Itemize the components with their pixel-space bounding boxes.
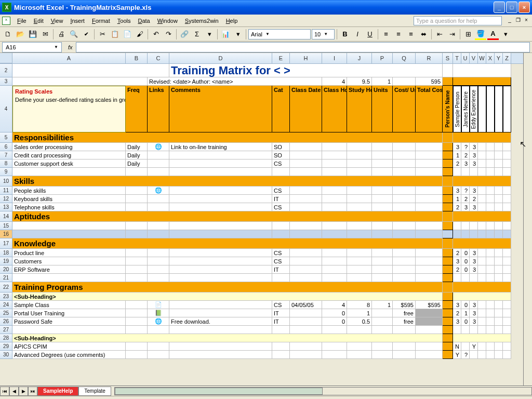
menu-data[interactable]: Data <box>134 17 153 25</box>
menu-tools[interactable]: Tools <box>114 17 135 25</box>
toolbar-options-button[interactable]: ▾ <box>500 29 511 40</box>
new-button[interactable]: 🗋 <box>2 29 14 40</box>
print-button[interactable]: 🖨 <box>56 29 67 40</box>
paste-button[interactable]: 📄 <box>122 29 133 40</box>
sheet-tab-samplehelp[interactable]: SampleHelp <box>37 387 78 396</box>
close-button[interactable]: × <box>518 2 530 13</box>
name-box[interactable]: A16▼ <box>2 42 62 52</box>
excel-icon: X <box>2 3 11 12</box>
menu-systems2win[interactable]: Systems2win <box>181 17 222 25</box>
formula-bar: A16▼ fx <box>0 42 532 53</box>
mdi-close-button[interactable]: × <box>523 17 530 24</box>
status-bar <box>0 396 532 399</box>
menu-insert[interactable]: Insert <box>66 17 88 25</box>
chart-button[interactable]: 📊 <box>220 29 231 40</box>
titlebar: X Microsoft Excel - TrainingMatrixSample… <box>0 0 532 15</box>
maximize-button[interactable]: □ <box>506 2 517 13</box>
help-search-input[interactable]: Type a question for help <box>414 16 502 25</box>
fill-color-button[interactable]: 🪣 <box>475 29 486 40</box>
permission-button[interactable]: ✉ <box>39 29 51 40</box>
open-button[interactable]: 📂 <box>15 29 26 40</box>
horizontal-scrollbar[interactable] <box>114 387 532 395</box>
indent-inc-button[interactable]: ⇥ <box>446 29 458 40</box>
mdi-minimize-button[interactable]: _ <box>506 17 513 24</box>
doc-icon: x <box>2 17 10 25</box>
autosum-button[interactable]: Σ <box>191 29 203 40</box>
undo-button[interactable]: ↶ <box>150 29 162 40</box>
minimize-button[interactable]: _ <box>494 2 505 13</box>
spelling-button[interactable]: ✔ <box>81 29 92 40</box>
sheet-tabs: ⏮ ◀ ▶ ⏭ SampleHelp Template <box>0 385 532 396</box>
print-preview-button[interactable]: 🔍 <box>68 29 79 40</box>
sort-button[interactable]: ▾ <box>204 29 215 40</box>
align-right-button[interactable]: ≡ <box>405 29 417 40</box>
tab-nav-prev[interactable]: ◀ <box>9 387 19 396</box>
sheet-tab-template[interactable]: Template <box>78 387 111 396</box>
spreadsheet-grid[interactable]: 2Training Matrix for < >3Revised: <date>… <box>0 64 523 359</box>
save-button[interactable]: 💾 <box>27 29 38 40</box>
redo-button[interactable]: ↷ <box>163 29 174 40</box>
underline-button[interactable]: U <box>364 29 376 40</box>
cut-button[interactable]: ✂ <box>97 29 108 40</box>
hyperlink-button[interactable]: 🔗 <box>179 29 190 40</box>
standard-toolbar: 🗋 📂 💾 ✉ 🖨 🔍 ✔ ✂ 📋 📄 🖌 ↶ ↷ 🔗 Σ ▾ 📊 ▾ Aria… <box>0 27 532 42</box>
font-color-button[interactable]: A <box>487 29 499 40</box>
menu-view[interactable]: View <box>47 17 67 25</box>
mdi-restore-button[interactable]: ❐ <box>514 17 522 24</box>
window-title: Microsoft Excel - TrainingMatrixSample.x… <box>14 4 494 11</box>
tab-nav-first[interactable]: ⏮ <box>0 387 9 396</box>
fontsize-select[interactable]: 10▼ <box>312 29 335 39</box>
merge-button[interactable]: ⬌ <box>418 29 429 40</box>
menubar: x FileEditViewInsertFormatToolsDataWindo… <box>0 15 532 27</box>
italic-button[interactable]: I <box>352 29 363 40</box>
align-center-button[interactable]: ≡ <box>393 29 404 40</box>
more-button[interactable]: ▾ <box>232 29 244 40</box>
format-painter-button[interactable]: 🖌 <box>134 29 145 40</box>
tab-nav-last[interactable]: ⏭ <box>28 387 37 396</box>
menu-file[interactable]: File <box>14 17 30 25</box>
vertical-scrollbar[interactable] <box>523 53 532 385</box>
menu-window[interactable]: Window <box>154 17 181 25</box>
fx-label: fx <box>65 44 76 50</box>
menu-format[interactable]: Format <box>88 17 114 25</box>
formula-input[interactable] <box>76 42 530 52</box>
indent-dec-button[interactable]: ⇤ <box>434 29 445 40</box>
font-select[interactable]: Arial▼ <box>248 29 311 39</box>
menu-edit[interactable]: Edit <box>30 17 47 25</box>
column-headers[interactable]: ABCDEHIJPQRSTUVWXYZ <box>0 53 523 64</box>
borders-button[interactable]: ⊞ <box>462 29 474 40</box>
menu-help[interactable]: Help <box>222 17 242 25</box>
copy-button[interactable]: 📋 <box>109 29 121 40</box>
tab-nav-next[interactable]: ▶ <box>19 387 28 396</box>
align-left-button[interactable]: ≡ <box>380 29 392 40</box>
bold-button[interactable]: B <box>339 29 351 40</box>
